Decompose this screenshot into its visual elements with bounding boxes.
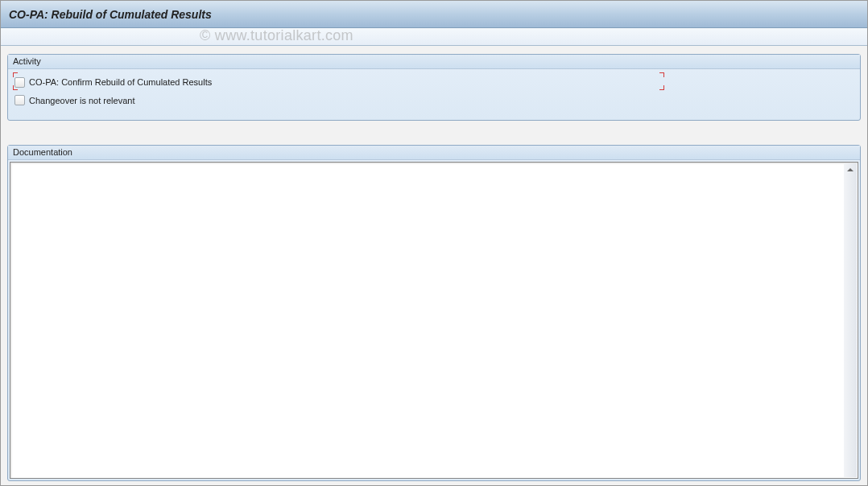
documentation-group-title: Documentation [8,146,860,160]
activity-group-title: Activity [8,55,860,69]
confirm-rebuild-checkbox[interactable] [14,77,25,88]
app-window: CO-PA: Rebuild of Cumulated Results © ww… [0,0,868,486]
scroll-up-button[interactable] [844,163,857,176]
changeover-checkbox[interactable] [14,95,25,105]
activity-group: Activity CO-PA: Confirm Rebuild of Cumul… [7,54,861,121]
page-title: CO-PA: Rebuild of Cumulated Results [9,8,212,21]
chevron-up-icon [846,166,854,174]
activity-group-body: CO-PA: Confirm Rebuild of Cumulated Resu… [8,69,860,120]
vertical-scrollbar[interactable] [844,163,857,477]
changeover-label: Changeover is not relevant [29,96,134,105]
confirm-field-focus-wrap: CO-PA: Confirm Rebuild of Cumulated Resu… [14,74,663,89]
confirm-rebuild-row: CO-PA: Confirm Rebuild of Cumulated Resu… [14,74,663,90]
toolbar-spacer [1,28,867,46]
confirm-rebuild-label: CO-PA: Confirm Rebuild of Cumulated Resu… [29,77,212,87]
content-area: Activity CO-PA: Confirm Rebuild of Cumul… [1,46,867,481]
documentation-textarea[interactable] [10,162,858,479]
changeover-row: Changeover is not relevant [14,93,854,109]
documentation-body [8,160,860,480]
title-bar: CO-PA: Rebuild of Cumulated Results [1,1,867,28]
documentation-group: Documentation [7,145,861,481]
